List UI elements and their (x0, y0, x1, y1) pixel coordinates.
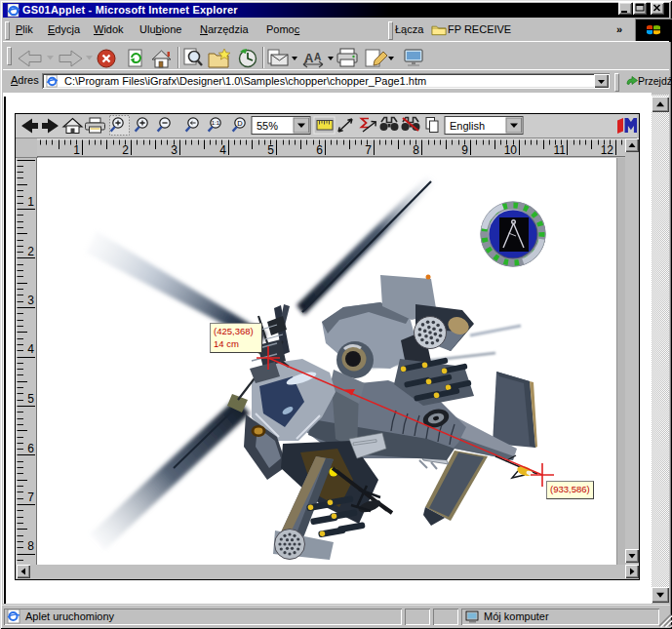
svg-text:9: 9 (461, 143, 468, 157)
svg-text:11: 11 (554, 143, 567, 157)
svg-text:6: 6 (316, 143, 323, 157)
svg-text:1: 1 (27, 195, 34, 209)
svg-text:7: 7 (365, 143, 372, 157)
svg-text:6: 6 (27, 442, 34, 455)
svg-text:English: English (450, 120, 485, 132)
svg-text:1:1: 1:1 (212, 120, 220, 126)
svg-text:5: 5 (267, 143, 274, 157)
svg-text:7: 7 (27, 491, 34, 504)
svg-text:1: 1 (73, 143, 80, 157)
svg-text:55%: 55% (257, 120, 278, 132)
svg-text:4: 4 (219, 143, 226, 157)
svg-text:3: 3 (27, 294, 34, 307)
svg-text:2: 2 (122, 143, 129, 157)
svg-text:A: A (314, 52, 321, 62)
svg-text:10: 10 (504, 143, 518, 157)
svg-text:4: 4 (27, 342, 34, 356)
svg-text:2: 2 (27, 245, 34, 258)
svg-text:3: 3 (171, 143, 178, 157)
svg-text:8: 8 (413, 143, 419, 157)
svg-text:D: D (237, 119, 243, 128)
svg-text:5: 5 (27, 392, 34, 406)
svg-text:8: 8 (27, 539, 34, 553)
svg-text:12: 12 (601, 143, 614, 157)
